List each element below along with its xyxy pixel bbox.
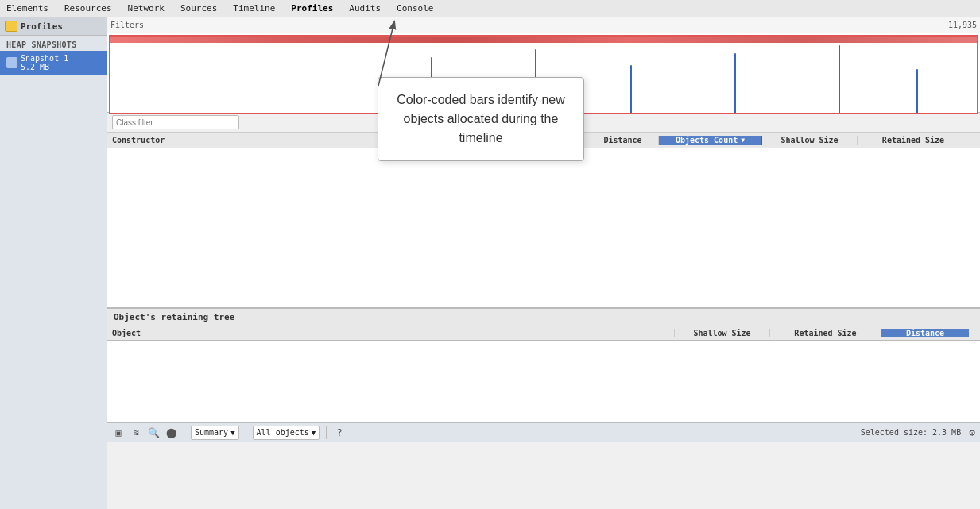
snapshot-icon	[6, 57, 17, 68]
rth-distance[interactable]: Distance	[881, 329, 969, 337]
toolbar-sep2	[246, 426, 246, 439]
menu-sources[interactable]: Sources	[177, 2, 220, 15]
sidebar-profiles-label: Profiles	[21, 21, 63, 32]
th-distance[interactable]: Distance	[587, 136, 659, 145]
snapshot-label: Snapshot 1	[21, 54, 68, 63]
retaining-header: Object's retaining tree	[107, 309, 980, 326]
content-area: Filters 11,935 Constructor Distance Obje…	[107, 17, 980, 509]
snapshot-size: 5.2 MB	[21, 63, 68, 71]
th-retained-size[interactable]: Retained Size	[858, 136, 969, 145]
menu-timeline[interactable]: Timeline	[230, 2, 278, 15]
retaining-table-header: Object Shallow Size Retained Size Distan…	[107, 326, 980, 341]
summary-arrow-icon: ▼	[230, 429, 234, 437]
gear-icon[interactable]: ⚙	[969, 426, 975, 438]
timeline-spike	[839, 45, 840, 113]
callout-box: Color-coded bars identify new objects al…	[378, 77, 584, 161]
bottom-toolbar: ▣ ≋ 🔍 ⬤ Summary ▼ All objects ▼ ? Select…	[107, 422, 980, 442]
main-table-body[interactable]	[107, 148, 980, 307]
allobjects-arrow-icon: ▼	[312, 429, 316, 437]
menu-elements[interactable]: Elements	[3, 2, 52, 15]
toolbar-search-icon[interactable]: 🔍	[147, 426, 160, 439]
snapshot-item[interactable]: Snapshot 1 5.2 MB	[0, 51, 107, 75]
toolbar-sep3	[326, 426, 327, 439]
timeline-spike	[916, 69, 918, 113]
timeline-time-end: 11,935	[948, 21, 977, 29]
question-icon[interactable]: ?	[333, 426, 346, 439]
menu-resources[interactable]: Resources	[61, 2, 115, 15]
summary-label: Summary	[195, 428, 228, 437]
snapshot-info: Snapshot 1 5.2 MB	[21, 54, 68, 71]
sort-arrow-icon: ▼	[741, 137, 745, 144]
timeline-header-row: Filters 11,935	[107, 17, 980, 33]
menu-bar: Elements Resources Network Sources Timel…	[0, 0, 980, 17]
toolbar-record-icon[interactable]: ▣	[112, 426, 125, 439]
svg-line-0	[378, 22, 394, 86]
allobjects-label: All objects	[257, 428, 309, 437]
heap-snapshots-label: HEAP SNAPSHOTS	[0, 36, 107, 51]
rth-object: Object	[107, 329, 675, 337]
callout-arrow	[331, 17, 426, 86]
summary-dropdown[interactable]: Summary ▼	[191, 426, 239, 440]
main-layout: Profiles HEAP SNAPSHOTS Snapshot 1 5.2 M…	[0, 17, 980, 509]
timeline-filter-label: Filters	[110, 21, 144, 29]
menu-network[interactable]: Network	[125, 2, 168, 15]
rth-retained: Retained Size	[770, 329, 881, 337]
retaining-section: Object's retaining tree Object Shallow S…	[107, 307, 980, 422]
menu-profiles[interactable]: Profiles	[288, 2, 336, 15]
th-objects-count[interactable]: Objects Count ▼	[659, 136, 762, 145]
allobjects-dropdown[interactable]: All objects ▼	[253, 426, 320, 440]
toolbar-sep	[184, 426, 184, 439]
menu-audits[interactable]: Audits	[346, 2, 384, 15]
folder-icon	[5, 21, 17, 32]
class-filter-input[interactable]	[112, 115, 239, 129]
toolbar-circle-icon[interactable]: ⬤	[165, 426, 177, 439]
sidebar-profiles-header: Profiles	[0, 17, 107, 36]
rth-shallow: Shallow Size	[675, 329, 770, 337]
timeline-spike	[734, 53, 736, 113]
timeline-red-bar	[110, 37, 977, 43]
status-text: Selected size: 2.3 MB	[861, 428, 961, 437]
retaining-body[interactable]	[107, 341, 980, 422]
timeline-spike	[630, 65, 632, 113]
sidebar: Profiles HEAP SNAPSHOTS Snapshot 1 5.2 M…	[0, 17, 107, 509]
toolbar-clear-icon[interactable]: ≋	[130, 426, 142, 439]
th-shallow-size[interactable]: Shallow Size	[762, 136, 858, 145]
callout-text: Color-coded bars identify new objects al…	[397, 93, 565, 145]
menu-console[interactable]: Console	[393, 2, 436, 15]
